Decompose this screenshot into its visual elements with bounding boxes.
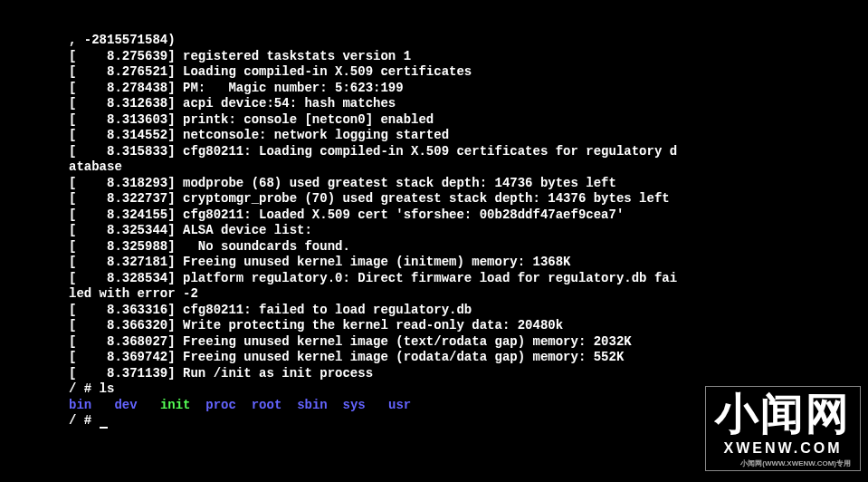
ls-entry-proc: proc [205, 398, 236, 412]
kernel-log-line: [ 8.328534] platform regulatory.0: Direc… [69, 271, 868, 287]
kernel-log-line: [ 8.327181] Freeing unused kernel image … [69, 255, 868, 271]
ls-entry-usr: usr [388, 398, 411, 412]
kernel-log-line: [ 8.278438] PM: Magic number: 5:623:199 [69, 81, 868, 97]
kernel-log-line: atabase [69, 159, 868, 176]
ls-entry-root: root [252, 398, 282, 412]
kernel-log-line: [ 8.369742] Freeing unused kernel image … [69, 350, 868, 366]
ls-entry-bin: bin [69, 398, 91, 412]
prompt-symbol: / # [69, 381, 100, 396]
kernel-log-line: [ 8.314552] netconsole: network logging … [69, 128, 868, 144]
ls-entry-init: init [160, 398, 191, 412]
watermark-en-text: XWENW.COM [715, 439, 851, 458]
kernel-log-line: [ 8.322737] cryptomgr_probe (70) used gr… [69, 191, 868, 207]
kernel-log-line: [ 8.312638] acpi device:54: hash matches [69, 96, 868, 112]
terminal-output: , -2815571584)[ 8.275639] registered tas… [69, 33, 868, 429]
ls-entry-sbin: sbin [297, 398, 328, 412]
watermark-cn-text: 小闻网 [715, 392, 851, 436]
command-text: ls [100, 381, 115, 396]
kernel-log-line: [ 8.325988] No soundcards found. [69, 239, 868, 255]
watermark-sub-text: 小闻网(WWW.XWENW.COM)专用 [715, 459, 851, 468]
kernel-log-line: [ 8.276521] Loading compiled-in X.509 ce… [69, 64, 868, 81]
kernel-log-line: [ 8.366320] Write protecting the kernel … [69, 318, 868, 334]
kernel-log-line: led with error -2 [69, 286, 868, 303]
kernel-log-line: [ 8.325344] ALSA device list: [69, 223, 868, 239]
ls-entry-sys: sys [343, 398, 366, 412]
kernel-log-line: [ 8.318293] modprobe (68) used greatest … [69, 176, 868, 192]
cursor [100, 427, 108, 429]
kernel-log-line: [ 8.313603] printk: console [netcon0] en… [69, 112, 868, 129]
kernel-log-line: [ 8.371139] Run /init as init process [69, 366, 868, 382]
kernel-log-line: [ 8.275639] registered taskstats version… [69, 49, 868, 65]
kernel-log-line: [ 8.315833] cfg80211: Loading compiled-i… [69, 144, 868, 160]
kernel-log-line: [ 8.368027] Freeing unused kernel image … [69, 334, 868, 351]
kernel-log-line: [ 8.324155] cfg80211: Loaded X.509 cert … [69, 207, 868, 224]
watermark-box: 小闻网 XWENW.COM 小闻网(WWW.XWENW.COM)专用 [705, 386, 861, 471]
prompt-symbol: / # [69, 413, 100, 428]
ls-entry-dev: dev [114, 398, 137, 412]
kernel-log-line: [ 8.363316] cfg80211: failed to load reg… [69, 303, 868, 319]
kernel-log-line: , -2815571584) [69, 33, 868, 49]
